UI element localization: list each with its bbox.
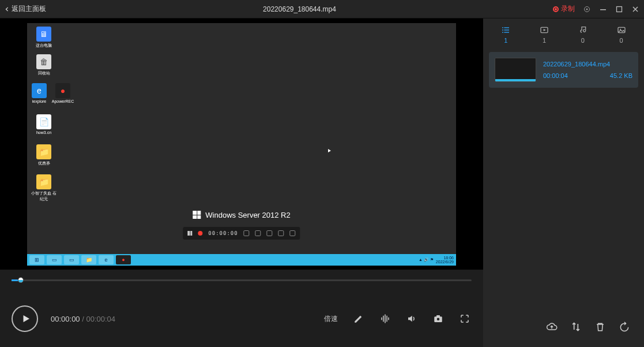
maximize-button[interactable] [615, 5, 623, 13]
close-button[interactable] [631, 5, 639, 13]
sidebar-tabs: 1 1 0 0 [483, 18, 644, 50]
record-button[interactable]: 录制 [553, 4, 575, 14]
apowerrec-icon: ● [55, 83, 70, 98]
seek-bar[interactable] [12, 279, 472, 281]
svg-rect-2 [600, 9, 606, 10]
svg-rect-16 [502, 32, 503, 32]
desktop-icon: ●ApowerREC [51, 83, 74, 103]
tab-video[interactable]: 1 [530, 25, 558, 44]
list-icon [500, 25, 511, 35]
snapshot-button[interactable] [431, 312, 445, 326]
svg-rect-3 [617, 6, 622, 12]
time-duration: 00:00:04 [86, 315, 115, 323]
svg-rect-11 [436, 315, 440, 317]
pause-icon [187, 231, 192, 236]
taskbar-clock: 18:06 2022/6/29 [436, 256, 454, 264]
sort-icon [570, 321, 582, 333]
svg-rect-15 [504, 29, 510, 30]
music-icon [578, 25, 588, 35]
record-icon [553, 6, 559, 12]
record-label: 录制 [561, 4, 575, 14]
play-icon [21, 314, 31, 324]
svg-rect-7 [386, 316, 387, 322]
svg-rect-17 [504, 32, 510, 32]
window-title: 20220629_180644.mp4 [46, 5, 553, 13]
taskbar: ⊞ ▭ ▭ 📁 e ● ▲ 🔊 ⚑ 18:06 2022/6/29 [27, 254, 456, 266]
file-size: 45.2 KB [610, 72, 632, 79]
undo-icon [619, 321, 630, 333]
fullscreen-button[interactable] [458, 312, 472, 326]
trash-icon [594, 321, 606, 333]
time-current: 00:00:00 [51, 315, 80, 323]
volume-button[interactable] [405, 312, 419, 326]
file-icon: 📄 [36, 114, 51, 129]
camera-icon [433, 314, 443, 324]
seek-bar-row [0, 270, 483, 290]
titlebar: 返回主面板 20220629_180644.mp4 录制 [0, 0, 644, 18]
mouse-cursor [328, 149, 331, 152]
video-viewport[interactable]: 🖥这台电脑 🗑回收站 eiexplore ●ApowerREC 📄how3.cn… [0, 18, 483, 270]
tab-count: 0 [620, 37, 623, 44]
file-item[interactable]: 20220629_180644.mp4 00:00:04 45.2 KB [489, 52, 638, 88]
svg-point-1 [586, 8, 588, 10]
widget-icon [278, 230, 284, 236]
tab-image[interactable]: 0 [608, 25, 635, 44]
svg-rect-13 [504, 27, 510, 28]
file-name: 20220629_180644.mp4 [543, 61, 632, 68]
recycle-icon: 🗑 [36, 54, 51, 69]
player-panel: 🖥这台电脑 🗑回收站 eiexplore ●ApowerREC 📄how3.cn… [0, 18, 483, 347]
tab-count: 1 [543, 37, 546, 44]
tab-audio[interactable]: 0 [569, 25, 597, 44]
widget-icon [255, 230, 261, 236]
desktop-icon: 📁小智了失血 石纪元 [31, 174, 57, 202]
windows-brand: Windows Server 2012 R2 [193, 211, 290, 219]
back-label: 返回主面板 [12, 4, 46, 14]
desktop-icon: 🖥这台电脑 [31, 27, 57, 48]
video-content: 🖥这台电脑 🗑回收站 eiexplore ●ApowerREC 📄how3.cn… [27, 23, 456, 266]
folder-icon: 📁 [36, 174, 51, 189]
back-button[interactable]: 返回主面板 [5, 4, 46, 14]
volume-icon [406, 314, 417, 324]
settings-icon[interactable] [583, 5, 591, 13]
tab-count: 1 [504, 37, 507, 44]
fullscreen-icon [460, 314, 470, 324]
folder-icon: 📁 [36, 144, 51, 159]
file-thumbnail [495, 58, 536, 82]
ie-icon: e [32, 83, 47, 98]
pc-icon: 🖥 [36, 27, 51, 42]
widget-icon [290, 230, 296, 236]
svg-rect-12 [502, 27, 503, 28]
svg-rect-4 [381, 318, 382, 320]
speed-button[interactable]: 倍速 [323, 312, 339, 326]
desktop-icon: 📄how3.cn [31, 114, 57, 135]
sidebar: 1 1 0 0 20220629_180644.mp4 00:00:04 4 [483, 18, 644, 347]
widget-icon [244, 230, 250, 236]
desktop-icon: 📁优惠券 [31, 144, 57, 166]
tab-list[interactable]: 1 [492, 25, 519, 44]
upload-button[interactable] [546, 321, 558, 333]
file-duration: 00:00:04 [543, 72, 568, 79]
recording-widget: 00:00:00 [183, 227, 300, 240]
revert-button[interactable] [619, 321, 630, 333]
taskbar-item: ● [116, 255, 131, 264]
player-controls: 00:00:00 / 00:00:04 倍速 [0, 290, 483, 347]
minimize-button[interactable] [599, 5, 607, 13]
seek-thumb[interactable] [18, 277, 24, 283]
waveform-button[interactable] [378, 312, 392, 326]
delete-button[interactable] [594, 321, 606, 333]
svg-point-10 [437, 318, 440, 321]
taskbar-item: 📁 [81, 255, 96, 264]
svg-rect-14 [502, 29, 503, 30]
edit-button[interactable] [352, 312, 366, 326]
taskbar-item: ▭ [47, 255, 62, 264]
desktop-icon: eiexplore [31, 83, 48, 103]
waveform-icon [380, 314, 390, 324]
play-button[interactable] [12, 305, 38, 332]
record-dot-icon [198, 231, 202, 236]
taskbar-item: ▭ [64, 255, 79, 264]
timecode: 00:00:00 / 00:00:04 [51, 315, 115, 323]
widget-timer: 00:00:00 [208, 230, 238, 236]
svg-rect-5 [383, 316, 384, 322]
sort-button[interactable] [570, 321, 582, 333]
video-icon [539, 25, 549, 35]
